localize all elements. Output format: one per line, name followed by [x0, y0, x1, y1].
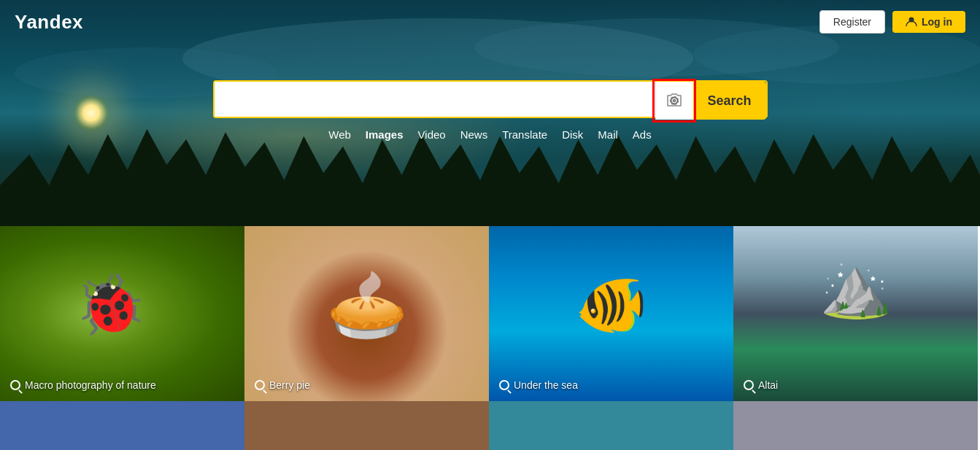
logo: Yandex	[15, 11, 83, 34]
bottom-item-1[interactable]	[244, 401, 489, 450]
search-box: Search	[213, 80, 768, 118]
nav-web[interactable]: Web	[328, 128, 351, 141]
search-icon-ladybug	[10, 380, 20, 390]
nav-news[interactable]: News	[460, 128, 488, 141]
grid-item-altai[interactable]: Altai	[733, 226, 978, 401]
register-button[interactable]: Register	[819, 10, 885, 34]
camera-icon	[665, 92, 683, 109]
bottom-strip	[0, 401, 980, 450]
nav-disk[interactable]: Disk	[562, 128, 583, 141]
search-button[interactable]: Search	[693, 82, 766, 120]
grid-item-sea[interactable]: Under the sea	[489, 226, 733, 401]
header: Yandex Register Log in	[0, 0, 980, 44]
grid-caption-altai: Altai	[744, 379, 778, 391]
search-icon-altai	[744, 380, 754, 390]
nav-links: Web Images Video News Translate Disk Mai…	[328, 128, 651, 141]
nav-ads[interactable]: Ads	[633, 128, 652, 141]
nav-images[interactable]: Images	[366, 128, 404, 141]
search-icon-pie	[255, 380, 265, 390]
nav-video[interactable]: Video	[418, 128, 446, 141]
bottom-item-3[interactable]	[733, 401, 978, 450]
nav-translate[interactable]: Translate	[502, 128, 547, 141]
grid-image-ladybug	[0, 226, 244, 401]
search-area: Search Web Images Video News Translate D…	[0, 80, 980, 141]
grid-image-sea	[489, 226, 733, 401]
bottom-item-0[interactable]	[0, 401, 244, 450]
grid-caption-sea: Under the sea	[499, 379, 578, 391]
image-grid: Macro photography of nature Berry pie Un…	[0, 226, 980, 401]
grid-caption-ladybug: Macro photography of nature	[10, 379, 156, 391]
grid-image-altai	[733, 226, 978, 401]
nav-mail[interactable]: Mail	[598, 128, 618, 141]
grid-image-pie	[244, 226, 489, 401]
login-button[interactable]: Log in	[892, 11, 965, 33]
svg-point-5	[671, 98, 678, 104]
header-buttons: Register Log in	[819, 10, 965, 34]
grid-item-ladybug[interactable]: Macro photography of nature	[0, 226, 244, 401]
person-icon	[906, 16, 917, 28]
bottom-item-2[interactable]	[489, 401, 733, 450]
search-input[interactable]	[215, 82, 655, 117]
camera-search-button[interactable]	[655, 82, 693, 120]
svg-point-6	[674, 100, 676, 102]
search-icon-sea	[499, 380, 509, 390]
grid-item-pie[interactable]: Berry pie	[244, 226, 489, 401]
grid-caption-pie: Berry pie	[255, 379, 310, 391]
